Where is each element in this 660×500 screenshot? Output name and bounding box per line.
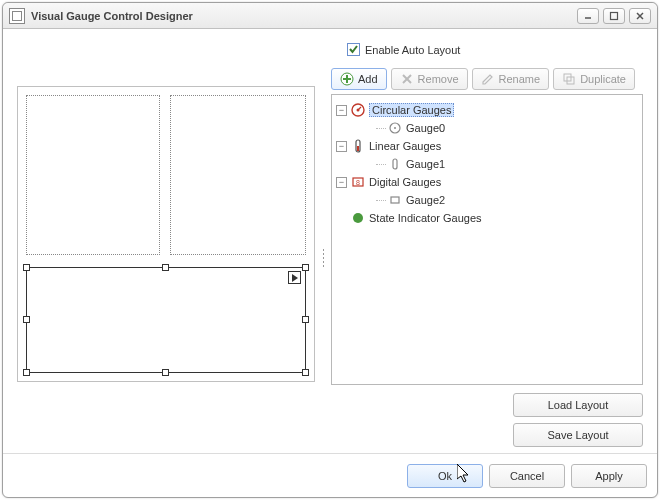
- duplicate-icon: [562, 72, 576, 86]
- splitter[interactable]: [315, 68, 331, 447]
- tree-node-linear[interactable]: − Linear Gauges: [336, 137, 638, 155]
- design-canvas[interactable]: [17, 86, 315, 382]
- collapse-icon[interactable]: −: [336, 177, 347, 188]
- resize-handle[interactable]: [23, 316, 30, 323]
- app-icon: [9, 8, 25, 24]
- auto-layout-checkbox[interactable]: [347, 43, 360, 56]
- add-label: Add: [358, 73, 378, 85]
- add-button[interactable]: Add: [331, 68, 387, 90]
- svg-rect-17: [357, 146, 359, 151]
- auto-layout-label: Enable Auto Layout: [365, 44, 460, 56]
- duplicate-button[interactable]: Duplicate: [553, 68, 635, 90]
- resize-handle[interactable]: [162, 369, 169, 376]
- minimize-button[interactable]: [577, 8, 599, 24]
- resize-handle[interactable]: [302, 264, 309, 271]
- svg-rect-18: [393, 159, 397, 169]
- tree-node-state[interactable]: State Indicator Gauges: [336, 209, 638, 227]
- remove-label: Remove: [418, 73, 459, 85]
- close-button[interactable]: [629, 8, 651, 24]
- resize-handle[interactable]: [302, 369, 309, 376]
- svg-rect-1: [611, 12, 618, 19]
- svg-text:8: 8: [356, 179, 360, 186]
- remove-button[interactable]: Remove: [391, 68, 468, 90]
- layout-buttons: Load Layout Save Layout: [331, 393, 643, 447]
- window-title: Visual Gauge Control Designer: [31, 10, 193, 22]
- tree-label: State Indicator Gauges: [369, 212, 482, 224]
- tree-node-gauge0[interactable]: Gauge0: [336, 119, 638, 137]
- auto-layout-row: Enable Auto Layout: [347, 43, 643, 56]
- gauge-icon: [388, 193, 402, 207]
- maximize-button[interactable]: [603, 8, 625, 24]
- collapse-icon[interactable]: −: [336, 105, 347, 116]
- linear-gauge-icon: [351, 139, 365, 153]
- tree-label: Circular Gauges: [369, 103, 454, 117]
- dialog-window: Visual Gauge Control Designer Enable Aut…: [2, 2, 658, 498]
- tree-label: Gauge0: [406, 122, 445, 134]
- resize-handle[interactable]: [302, 316, 309, 323]
- tree-node-gauge2[interactable]: Gauge2: [336, 191, 638, 209]
- tree-node-digital[interactable]: − 8 Digital Gauges: [336, 173, 638, 191]
- play-icon[interactable]: [288, 271, 301, 284]
- titlebar[interactable]: Visual Gauge Control Designer: [3, 3, 657, 29]
- state-indicator-icon: [351, 211, 365, 225]
- resize-handle[interactable]: [162, 264, 169, 271]
- save-layout-button[interactable]: Save Layout: [513, 423, 643, 447]
- load-layout-button[interactable]: Load Layout: [513, 393, 643, 417]
- content-area: Enable Auto Layout: [3, 29, 657, 453]
- rename-button[interactable]: Rename: [472, 68, 550, 90]
- dialog-footer: Ok Cancel Apply: [3, 453, 657, 497]
- gauge-tree[interactable]: − Circular Gauges Gauge0: [331, 94, 643, 385]
- rename-label: Rename: [499, 73, 541, 85]
- tree-node-circular[interactable]: − Circular Gauges: [336, 101, 638, 119]
- gauge-placeholder[interactable]: [26, 95, 160, 255]
- add-icon: [340, 72, 354, 86]
- expand-spacer: [336, 213, 347, 224]
- tree-label: Linear Gauges: [369, 140, 441, 152]
- ok-button[interactable]: Ok: [407, 464, 483, 488]
- selected-gauge-box[interactable]: [26, 267, 306, 373]
- tree-label: Gauge1: [406, 158, 445, 170]
- collapse-icon[interactable]: −: [336, 141, 347, 152]
- svg-line-13: [358, 107, 361, 110]
- svg-point-15: [394, 127, 396, 129]
- circular-gauge-icon: [351, 103, 365, 117]
- gauge-placeholder[interactable]: [170, 95, 306, 255]
- tree-node-gauge1[interactable]: Gauge1: [336, 155, 638, 173]
- digital-gauge-icon: 8: [351, 175, 365, 189]
- tree-label: Digital Gauges: [369, 176, 441, 188]
- resize-handle[interactable]: [23, 264, 30, 271]
- gauge-icon: [388, 157, 402, 171]
- tree-label: Gauge2: [406, 194, 445, 206]
- cancel-button[interactable]: Cancel: [489, 464, 565, 488]
- toolbar: Add Remove Rename: [331, 68, 643, 90]
- main-row: Add Remove Rename: [17, 68, 643, 447]
- gauge-icon: [388, 121, 402, 135]
- duplicate-label: Duplicate: [580, 73, 626, 85]
- splitter-grip-icon: [322, 248, 325, 268]
- remove-icon: [400, 72, 414, 86]
- svg-point-22: [353, 213, 363, 223]
- rename-icon: [481, 72, 495, 86]
- svg-rect-21: [391, 197, 399, 203]
- apply-button[interactable]: Apply: [571, 464, 647, 488]
- right-panel: Add Remove Rename: [331, 68, 643, 447]
- resize-handle[interactable]: [23, 369, 30, 376]
